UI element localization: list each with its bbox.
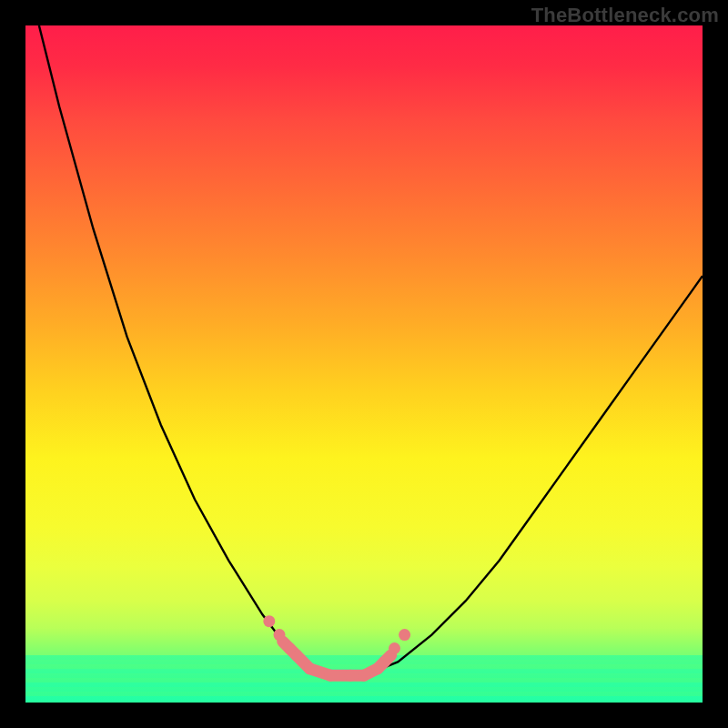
marker-dot (399, 629, 410, 641)
plot-area (25, 25, 703, 703)
curve-svg (25, 25, 703, 703)
marker-dot (263, 615, 275, 627)
marker-dot (274, 629, 286, 641)
marker-dot (379, 656, 390, 668)
marker-dot (284, 642, 296, 654)
marker-dot (389, 642, 400, 654)
watermark-text: TheBottleneck.com (531, 4, 719, 27)
bottleneck-curve (39, 25, 703, 675)
chart-frame: TheBottleneck.com (0, 0, 728, 728)
